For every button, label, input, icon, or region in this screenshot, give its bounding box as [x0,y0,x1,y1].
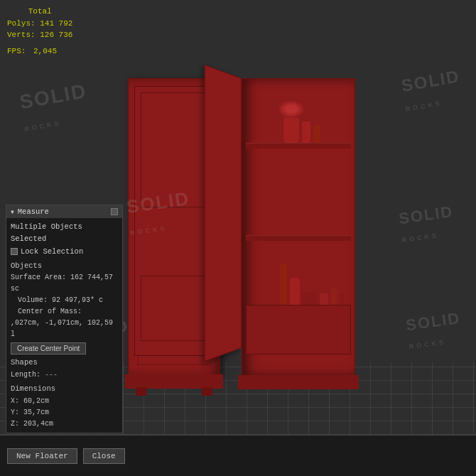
mid-shelf-items [280,242,344,306]
multiple-objects-row: Multiple Objects Selected [11,221,118,245]
surface-area-label: Surface Area: [11,274,66,281]
center-mass-row: Center of Mass: [11,306,118,318]
dim-y-row: Y: 35,7cm [11,407,118,418]
shapes-section-label: Shapes [11,357,118,369]
fps-value: 2,045 [33,47,57,55]
lock-selection-label: Lock Selection [21,246,83,258]
vase-medium [290,278,300,306]
measure-body: Multiple Objects Selected Lock Selection… [6,218,122,433]
surface-area-row: Surface Area: 162 744,57 sc [11,272,118,295]
length-value: --- [45,371,58,379]
lock-selection-row[interactable]: Lock Selection [11,246,118,258]
glass-1 [302,121,310,143]
cabinet-right-door-open [205,65,242,362]
cabinet-left-base [125,374,223,389]
cabinet-right [242,78,355,377]
polys-value: 141 792 [40,19,72,28]
stats-polys: Polys: 141 792 [7,18,72,30]
dim-x-value: 60,2cm [23,397,49,405]
measure-pin-icon[interactable] [111,208,118,215]
stats-verts: Verts: 126 736 [7,29,72,41]
dimensions-section-label: Dimensions [11,383,118,395]
bottle-tall [280,264,287,306]
bottom-toolbar: New Floater Close [0,435,476,476]
objects-section-label: Objects [11,260,118,272]
cabinet-left-door [134,86,215,356]
polys-label: Polys: [7,19,36,28]
glass-2 [313,125,320,143]
cabinet-right-bottom-door [246,305,351,355]
fps-label: FPS: [7,47,26,55]
dim-x-row: X: 60,2cm [11,396,118,407]
measure-collapse-arrow[interactable]: ▼ [11,209,14,215]
dim-z-value: 203,4cm [23,420,53,428]
close-button[interactable]: Close [83,448,125,464]
measure-panel: ▼ Measure Multiple Objects Selected Lock… [6,205,123,433]
top-shelf-items [283,100,340,143]
cabinet-right-body [242,78,355,377]
new-floater-button[interactable]: New Floater [7,448,77,464]
stats-total-label: Total [7,6,72,18]
verts-label: Verts: [7,31,36,39]
length-row: Length: --- [11,369,118,381]
length-label: Length: [11,371,40,379]
cabinet-right-base [238,375,359,389]
dim-x-label: X: [11,397,19,405]
stats-fps: FPS: 2,045 [7,45,72,58]
stats-panel: Total Polys: 141 792 Verts: 126 736 FPS:… [7,6,72,57]
shelf-1 [246,143,351,148]
vase-flowers [278,100,305,118]
dim-z-label: Z: [11,420,19,428]
center-mass-label: Center of Mass: [18,308,82,315]
create-center-point-button[interactable]: Create Center Point [11,342,86,355]
shelf-2 [246,235,351,241]
multiple-objects-label: Multiple Objects Selected [11,221,118,245]
cylinder-s [331,288,337,306]
measure-panel-title: ▼ Measure [6,205,122,218]
cabinet-left-foot-left [136,387,146,396]
volume-row: Volume: 92 497,93* c [11,295,118,306]
volume-value: 92 497,93* c [52,296,103,304]
viewport: SOLIDROCKS SOLIDROCKS SOLIDROCKS SOLIDRO… [0,0,476,476]
cabinet-left-foot-right [202,387,212,396]
dim-z-row: Z: 203,4cm [11,418,118,430]
lock-selection-checkbox[interactable] [11,248,18,255]
dim-y-value: 35,7cm [23,409,49,416]
volume-label: Volume: [18,296,48,304]
measure-title-text: Measure [18,207,49,216]
vase-large [283,114,299,143]
dim-y-label: Y: [11,409,19,416]
verts-value: 126 736 [40,31,72,39]
box-small [303,292,317,306]
center-mass-value-row: ,027cm, -1,071cm, 102,59 l [11,318,118,340]
